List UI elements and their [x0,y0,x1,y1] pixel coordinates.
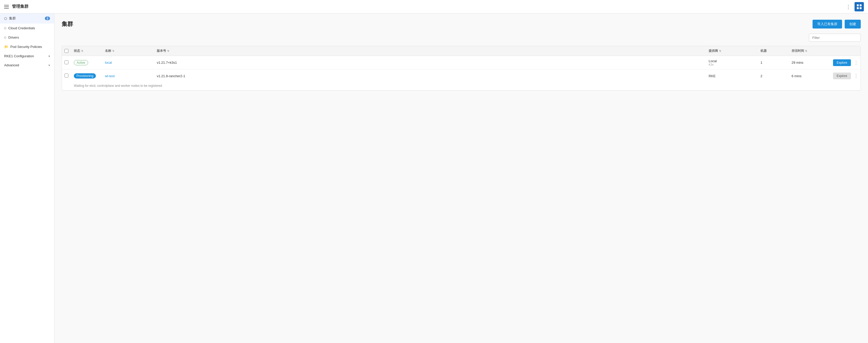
sort-icon-version: ⇅ [167,50,169,52]
row-menu-icon-wl[interactable]: ⋮ [854,73,859,79]
row-wl-version: v1.21.8-rancher2-1 [154,71,706,81]
explore-button-wl[interactable]: Explore [833,72,851,79]
row-local-explore: Explore [831,56,851,69]
filter-row [62,34,861,42]
circle-icon [4,27,6,29]
svg-rect-2 [857,7,859,9]
chevron-down-icon-advanced: ▾ [49,63,50,67]
row-local-select[interactable] [64,60,68,64]
sidebar-cluster-left: ⬡ 集群 [4,16,16,21]
hamburger-icon[interactable] [4,5,9,8]
sidebar-section-rke1[interactable]: RKE1 Configuration ▾ [0,52,54,61]
create-cluster-button[interactable]: 创建 [845,20,861,29]
top-nav: 管理集群 ⋮ [0,0,868,13]
status-header-label: 状态 [74,49,80,53]
filter-input[interactable] [809,34,861,42]
cluster-badge: 2 [45,17,50,20]
row-local-machines: 1 [758,58,789,68]
advanced-label: Advanced [4,63,19,67]
row-wl-machines: 2 [758,71,789,81]
row-wl-status: Provisioning [71,70,102,82]
sort-icon-uptime: ⇅ [805,50,807,52]
page-title: 管理集群 [12,4,29,9]
row-wl-checkbox [62,70,71,81]
page-header: 集群 导入已有集群 创建 [62,20,861,29]
sidebar-pod-label: Pod Security Policies [10,45,42,49]
cluster-icon: ⬡ [4,17,7,21]
header-actions: 导入已有集群 创建 [812,20,861,29]
cluster-name-link-wl[interactable]: wl-test [105,74,115,78]
import-cluster-button[interactable]: 导入已有集群 [812,20,842,29]
main-content: 集群 导入已有集群 创建 状态 ⇅ 名称 [54,13,868,343]
row-wl-provider: RKE [706,71,758,81]
row-local-menu: ⋮ [851,57,861,69]
sidebar-cluster-label: 集群 [9,16,16,21]
cluster-name-link-local[interactable]: local [105,61,112,64]
svg-rect-3 [860,7,862,9]
more-options-icon[interactable]: ⋮ [846,4,851,10]
row-local-version: v1.21.7+k3s1 [154,58,706,68]
uptime-header-label: 存活时间 [792,49,804,53]
header-machines: 机器 [758,49,789,53]
select-all-checkbox[interactable] [64,49,68,53]
row-menu-icon-local[interactable]: ⋮ [854,60,859,65]
header-action [831,49,851,53]
row-local-uptime: 29 mins [789,58,831,68]
header-uptime[interactable]: 存活时间 ⇅ [789,49,831,53]
status-badge-provisioning: Provisioning [74,73,96,79]
folder-icon: 📁 [4,45,8,49]
sidebar-cloud-label: Cloud Credentials [8,26,35,30]
svg-rect-0 [857,4,859,6]
row-wl-name: wl-test [102,71,154,81]
sort-icon-name: ⇅ [112,50,114,52]
provider-main-wl: RKE [709,74,755,78]
sidebar-item-pod-security[interactable]: 📁 Pod Security Policies [0,42,54,52]
clusters-title: 集群 [62,20,73,28]
sidebar: ⬡ 集群 2 Cloud Credentials Drivers 📁 Pod S… [0,13,54,343]
provisioning-sub-message: Waiting for etcd, controlplane and worke… [62,83,861,90]
layout: ⬡ 集群 2 Cloud Credentials Drivers 📁 Pod S… [0,13,868,343]
sidebar-drivers-label: Drivers [8,35,19,39]
brand-logo [855,2,864,11]
header-provider[interactable]: 提供商 ⇅ [706,49,758,53]
header-name[interactable]: 名称 ⇅ [102,49,154,53]
table-header: 状态 ⇅ 名称 ⇅ 版本号 ⇅ 提供商 ⇅ 机器 [62,46,861,56]
sidebar-drivers-left: Drivers [4,35,19,39]
row-local-name: local [102,58,154,68]
provider-sub-local: K3s [709,63,755,66]
provisioning-row-wrapper: Provisioning wl-test v1.21.8-rancher2-1 … [62,69,861,90]
sidebar-item-clusters[interactable]: ⬡ 集群 2 [0,13,54,24]
provider-header-label: 提供商 [709,49,718,53]
header-menu [851,49,861,53]
row-local-checkbox [62,57,71,68]
row-wl-select[interactable] [64,73,68,77]
header-checkbox [62,49,71,53]
chevron-down-icon-rke1: ▾ [49,54,50,58]
table-row: Active local v1.21.7+k3s1 Local K3s 1 29… [62,56,861,69]
sidebar-item-cloud-credentials[interactable]: Cloud Credentials [0,24,54,33]
row-wl-menu: ⋮ [851,70,861,82]
row-local-status: Active [71,57,102,68]
sort-icon-status: ⇅ [81,50,83,52]
sidebar-section-advanced[interactable]: Advanced ▾ [0,61,54,70]
table-row: Provisioning wl-test v1.21.8-rancher2-1 … [62,69,861,83]
circle-icon-drivers [4,36,6,39]
row-local-provider: Local K3s [706,56,758,69]
sidebar-item-drivers[interactable]: Drivers [0,33,54,42]
row-wl-explore: Explore [831,69,851,83]
status-badge-active: Active [74,60,88,65]
top-nav-left: 管理集群 [4,4,29,9]
header-version[interactable]: 版本号 ⇅ [154,49,706,53]
machines-header-label: 机器 [761,49,767,53]
rke1-label: RKE1 Configuration [4,54,34,58]
version-header-label: 版本号 [157,49,166,53]
explore-button-local[interactable]: Explore [833,59,851,66]
sort-icon-provider: ⇅ [719,50,721,52]
sidebar-cloud-left: Cloud Credentials [4,26,35,30]
clusters-table: 状态 ⇅ 名称 ⇅ 版本号 ⇅ 提供商 ⇅ 机器 [62,46,861,91]
provider-main-local: Local [709,59,755,63]
row-wl-uptime: 6 mins [789,71,831,81]
svg-rect-1 [860,4,862,6]
header-status[interactable]: 状态 ⇅ [71,49,102,53]
name-header-label: 名称 [105,49,111,53]
